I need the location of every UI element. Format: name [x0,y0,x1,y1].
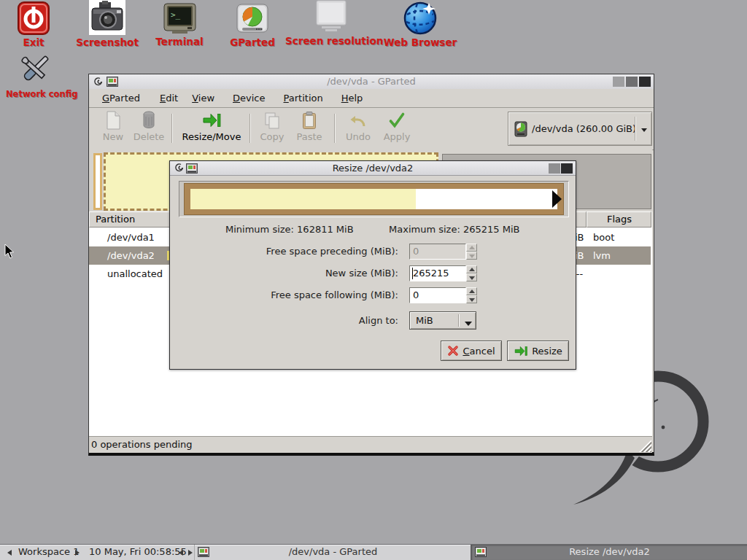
workspace-next-icon[interactable] [75,550,80,556]
monitor-icon [313,0,349,34]
globe-icon [403,0,438,35]
desktop-icon-screenshot[interactable]: Screenshot [76,0,139,48]
partition-segment-vda1[interactable] [93,153,102,210]
dialog-maximize-button[interactable] [549,163,560,174]
device-selector[interactable]: /dev/vda (260.00 GiB) [508,112,652,146]
column-header-flags[interactable]: Flags [587,211,651,228]
device-selector-arrow-icon [641,128,647,132]
menubar: GParted Edit View Device Partition Help [89,89,654,108]
crt-terminal-icon: >_ [163,3,196,34]
resize-slider-frame [184,183,564,215]
desktop-icon-web-browser[interactable]: Web Browser [381,0,460,48]
maximum-size-label: Maximum size: 265215 MiB [389,224,519,235]
apply-button[interactable]: Apply [379,110,415,147]
task-title: /dev/vda - GParted [195,546,471,557]
device-disk-icon [514,121,527,137]
desktop-icon-label: Terminal [150,36,209,47]
toolbar-separator [171,114,172,143]
resize-dialog: Resize /dev/vda2 Minimum size: 162811 Mi… [169,160,576,370]
free-preceding-input: 0 [409,244,466,260]
cancel-label: Cancel [462,346,495,357]
text-caret [412,268,413,279]
dropdown-separator [458,314,459,327]
new-size-input[interactable]: 265215 [409,265,466,281]
taskbar: Workspace 1 10 May, Fri 00:58:55 /dev/vd… [0,544,747,560]
mouse-cursor [4,244,16,260]
flags-value: lvm [593,246,611,265]
device-selector-value: /dev/vda (260.00 GiB) [532,123,636,134]
undo-button[interactable]: Undo [341,110,375,147]
disk-pie-icon [236,4,268,35]
apply-icon [388,112,406,129]
dialog-close-button[interactable] [561,163,573,174]
toolbar-separator [334,114,335,143]
paste-icon [302,112,317,130]
resize-grip[interactable] [639,440,651,452]
align-to-dropdown[interactable]: MiB [409,311,476,330]
desktop-icon-label: Web Browser [381,36,460,48]
close-button[interactable] [639,77,651,87]
resize-right-handle[interactable] [552,190,562,208]
resize-confirm-button[interactable]: Resize [507,341,569,361]
desktop-icon-label: Network config [6,89,64,99]
cancel-button[interactable]: Cancel [441,341,502,361]
menu-help[interactable]: Help [336,90,369,106]
svg-text:>_: >_ [171,10,181,20]
resize-used-bar [190,189,416,209]
new-size-spinner[interactable] [466,265,477,281]
partition-name: /dev/vda1 [107,228,155,246]
device-selector-separator [635,117,635,141]
free-following-input[interactable]: 0 [409,287,466,303]
menu-edit[interactable]: Edit [154,90,184,106]
gparted-titlebar[interactable]: /dev/vda - GParted [89,74,654,90]
paste-button[interactable]: Paste [292,110,327,147]
copy-icon [263,112,281,129]
menu-gparted[interactable]: GParted [96,90,146,106]
spin-up-icon [469,246,475,249]
window-title: /dev/vda - GParted [89,76,654,87]
menu-device[interactable]: Device [227,90,271,106]
free-preceding-spinner [466,244,477,260]
dropdown-arrow-icon [465,322,472,326]
workspace-prev-icon[interactable] [7,550,12,556]
window-next-icon[interactable] [188,550,193,556]
new-icon [104,111,122,130]
desktop-icon-label: Exit [8,36,59,48]
dialog-titlebar[interactable]: Resize /dev/vda2 [170,161,576,176]
window-prev-icon[interactable] [179,550,183,556]
task-gparted-main[interactable]: /dev/vda - GParted [194,545,471,560]
new-button[interactable]: New [98,110,128,147]
statusbar: 0 operations pending [89,436,652,453]
desktop-icon-label: Screenshot [76,36,139,48]
workspace-label[interactable]: Workspace 1 [18,546,79,557]
copy-button[interactable]: Copy [255,110,289,147]
menu-view[interactable]: View [186,90,220,106]
desktop-icon-network-config[interactable]: Network config [6,51,64,99]
resize-slider[interactable] [179,181,569,217]
delete-icon [142,111,156,130]
delete-button[interactable]: Delete [131,110,166,147]
maximize-button[interactable] [626,77,638,87]
free-following-label: Free space following (MiB): [179,287,398,303]
resize-move-button[interactable]: Resize/Move [178,110,245,147]
cancel-x-icon [447,345,459,357]
task-title: Resize /dev/vda2 [471,546,747,557]
align-to-label: Align to: [179,311,398,330]
new-size-label: New size (MiB): [179,265,398,281]
minimum-size-label: Minimum size: 162811 MiB [225,224,354,235]
menu-partition[interactable]: Partition [278,90,329,106]
desktop-icon-screen-resolution[interactable]: Screen resolution [285,0,377,47]
free-preceding-label: Free space preceding (MiB): [179,244,398,260]
desktop-icon-gparted[interactable]: GParted [223,4,282,48]
desktop-icon-exit[interactable]: Exit [8,1,59,48]
task-resize-dialog[interactable]: Resize /dev/vda2 [471,545,747,560]
power-icon [17,1,50,35]
desktop-icon-terminal[interactable]: >_ Terminal [150,3,209,47]
clock: 10 May, Fri 00:58:55 [89,546,187,557]
align-to-value: MiB [416,315,433,326]
spin-up-icon [469,289,475,293]
statusbar-text: 0 operations pending [91,439,193,450]
free-following-spinner[interactable] [466,287,477,303]
minimize-button[interactable] [613,77,624,87]
desktop-icon-label: GParted [223,36,282,48]
